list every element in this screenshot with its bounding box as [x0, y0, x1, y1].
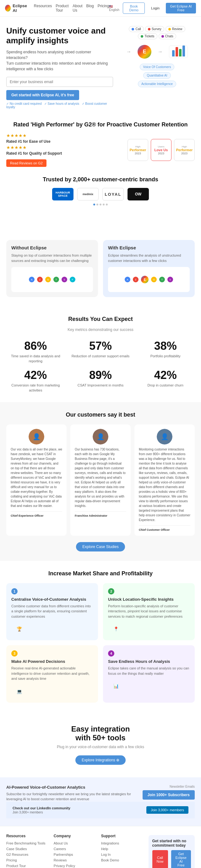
brand-medmix: medmix — [77, 188, 98, 200]
nav-resources[interactable]: Resources — [34, 4, 52, 12]
with-node-2: Z — [133, 277, 139, 282]
company-link-0[interactable]: About Us — [54, 841, 96, 845]
feature-num-1: 2 — [108, 588, 114, 594]
dot-3[interactable] — [99, 204, 102, 206]
feature-1: 2 Unlock Location-Specific Insights Perf… — [103, 583, 195, 641]
company-link-3[interactable]: Reviews — [54, 858, 96, 862]
resource-link-4[interactable]: Product Tour — [6, 864, 49, 868]
language-selector[interactable]: 🇺🇸 English — [109, 5, 120, 11]
subscribe-button[interactable]: Join 1000+ Subscribers — [143, 790, 195, 800]
result-2: 38% Portfolio profitability — [136, 339, 195, 364]
hero-cta-button[interactable]: Get started with Eclipse AI, it's free — [6, 90, 79, 100]
support-link-1[interactable]: Help — [101, 847, 144, 851]
book-demo-button[interactable]: Book Demo — [123, 2, 145, 14]
email-input[interactable] — [6, 77, 113, 87]
feature-num-0: 1 — [11, 588, 18, 594]
g2-badge-1: Users Love Us 2023 — [151, 139, 171, 161]
avatar-0: 👤 — [29, 429, 44, 444]
nav-right: 🇺🇸 English Book Demo Login Get Eclipse A… — [109, 2, 196, 14]
footer-company: Company About Us Careers Partnerships Re… — [54, 834, 96, 868]
dot-5[interactable] — [106, 204, 108, 206]
testimonial-role-2: Chief Customer Officer — [139, 525, 190, 531]
testimonial-role-0: Chief Experience Officer — [11, 511, 62, 517]
dot-1[interactable] — [93, 204, 95, 206]
company-link-4[interactable]: Privacy Policy — [54, 864, 96, 868]
badge-intelligence: Actionable Intelligence — [138, 81, 176, 87]
with-nodes: A Z E G T S — [125, 276, 173, 283]
feature-3: 4 Save Endless Hours of Analysis Eclipse… — [103, 645, 195, 703]
eclipse-center-logo: E — [138, 45, 151, 59]
support-link-3[interactable]: Book Demo — [101, 858, 144, 862]
eclipse-node: E — [141, 276, 148, 283]
brand-harbour-space: HARBOURSPACE — [52, 188, 74, 200]
feature-desc-2: Receive real-time AI-generated actionabl… — [11, 666, 93, 681]
linkedin-join-button[interactable]: Join 3,000+ members — [146, 806, 189, 814]
g2-badges: High Performer 2023 Users Love Us 2023 H… — [127, 139, 195, 161]
result-3: 42% Conversion rate from marketing activ… — [6, 369, 65, 393]
brand-loyal: LOYAL — [103, 188, 124, 200]
result-desc-4: CSAT Improvement in months — [71, 383, 130, 388]
nav-blog[interactable]: Blog — [86, 4, 94, 12]
avatar-1: 👤 — [93, 429, 108, 444]
footer-demo-button[interactable]: Call Now — [152, 850, 168, 868]
nav-links: Resources Product Tour About Us Blog Pri… — [34, 4, 109, 12]
diagram-badges: Voice Of Customers Quantitative AI Actio… — [119, 62, 195, 89]
feature-title-2: Make AI Powered Decisions — [11, 659, 93, 664]
feature-icon-0: 🏆 — [11, 623, 27, 635]
linkedin-sub: Join 3,000+ members — [12, 811, 70, 814]
company-link-1[interactable]: Careers — [54, 847, 96, 851]
login-button[interactable]: Login — [147, 5, 163, 11]
integrations-button[interactable]: Explore Integrations ⊕ — [76, 755, 125, 765]
src-chats: Chats — [159, 33, 176, 39]
resource-link-1[interactable]: Case Studies — [6, 847, 49, 851]
resource-link-3[interactable]: Pricing — [6, 858, 49, 862]
resource-link-0[interactable]: Free Benchmarking Tools — [6, 841, 49, 845]
g2-ratings: ★★★★★ Rated #1 for Ease of Use ★★★★★ Rat… — [6, 133, 122, 167]
with-node-5: S — [167, 277, 173, 282]
integration-title: Easy integrationwith 50+ tools — [6, 725, 195, 742]
footer: Resources Free Benchmarking Tools Case S… — [0, 826, 201, 868]
with-node-1: A — [125, 277, 130, 282]
hero-title: Unify customer voice and amplify insight… — [6, 26, 113, 45]
nav-product-tour[interactable]: Product Tour — [56, 4, 69, 12]
nav-about[interactable]: About Us — [73, 4, 82, 12]
company-link-2[interactable]: Partnerships — [54, 852, 96, 857]
support-title: Support — [101, 834, 144, 838]
feature-title-3: Save Endless Hours of Analysis — [108, 659, 190, 664]
badge-ai: Quantitative AI — [143, 72, 171, 79]
footer-free-button[interactable]: Get Eclipse AI Free — [171, 850, 191, 868]
hero-left: Unify customer voice and amplify insight… — [6, 26, 113, 109]
dot-4[interactable] — [103, 204, 105, 206]
arrow-left-icon: → — [126, 49, 131, 55]
node-5: S — [62, 277, 67, 282]
newsletter-label: Newsletter Emails — [143, 785, 195, 788]
without-desc: Staying on top of customer interactions … — [11, 253, 93, 263]
dot-2[interactable] — [96, 204, 98, 206]
feature-desc-1: Perform location-specific analysis of cu… — [108, 603, 190, 619]
newsletter-desc: Subscribe to our fortnightly newsletter … — [6, 792, 136, 802]
brand-ow: OW — [127, 188, 149, 200]
diagram-center: → E → — [126, 45, 188, 59]
newsletter-section: AI-Powered Voice-of-Customer Analytics S… — [0, 777, 201, 826]
testimonial-text-0: Our voc data is all over the place, we h… — [11, 447, 62, 508]
nav-left: Eclipse AI Resources Product Tour About … — [5, 3, 109, 13]
nav-pricing[interactable]: Pricing — [98, 4, 109, 12]
support-link-0[interactable]: Integrations — [101, 841, 144, 845]
get-free-button[interactable]: Get Eclipse AI Free — [166, 3, 196, 13]
integration-sub: Plug in your voice-of-customer data with… — [6, 745, 195, 749]
linkedin-title: Check out our LinkedIn community — [12, 806, 70, 810]
linkedin-label: Check out our LinkedIn community Join 3,… — [12, 806, 70, 814]
chart-icon — [169, 45, 188, 58]
result-0: 86% Time saved in data analysis and repo… — [6, 339, 65, 364]
case-studies-button[interactable]: Explore Case Studies — [76, 542, 125, 552]
with-node-4: T — [159, 277, 165, 282]
linkedin-banner: Check out our LinkedIn community Join 3,… — [6, 802, 195, 818]
read-reviews-button[interactable]: Read Reviews on G2 — [6, 159, 47, 167]
result-5: 42% Drop in customer churn — [136, 369, 195, 393]
label-ease: Rated #1 for Ease of Use — [6, 139, 122, 144]
support-link-2[interactable]: Log In — [101, 852, 144, 857]
resource-link-2[interactable]: G2 Resources — [6, 852, 49, 857]
without-nodes: A Z G T S F — [29, 277, 76, 282]
testimonials-section: Our customers say it best 👤 Our voc data… — [0, 402, 201, 561]
feature-icon-1: 📍 — [108, 623, 124, 635]
